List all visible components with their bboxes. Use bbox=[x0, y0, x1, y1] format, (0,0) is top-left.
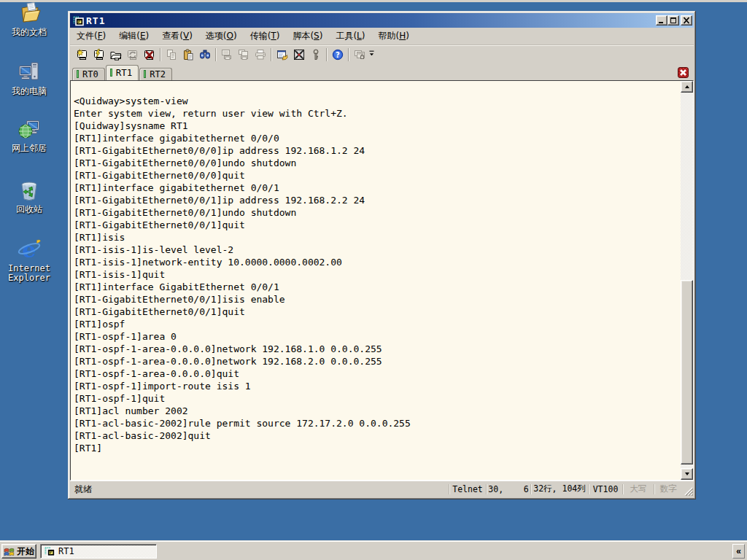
status-panel-4: 大写 bbox=[624, 483, 653, 496]
find-icon[interactable] bbox=[199, 49, 211, 61]
connect-icon[interactable] bbox=[93, 49, 105, 61]
session-options-icon[interactable] bbox=[276, 49, 288, 61]
session-tab-label: RT0 bbox=[82, 69, 98, 79]
desktop-icon-label: Internet Explorer bbox=[1, 264, 58, 283]
print-selection-icon bbox=[238, 49, 249, 61]
software-manager-icon bbox=[354, 49, 365, 61]
desktop-icon-recycle-bin[interactable]: 回收站 bbox=[1, 179, 58, 214]
tab-close-button[interactable] bbox=[678, 67, 689, 78]
global-options-icon[interactable] bbox=[293, 49, 305, 61]
my-documents-icon bbox=[18, 1, 41, 25]
scroll-down-button[interactable] bbox=[681, 468, 693, 480]
window-title: RT1 bbox=[86, 15, 105, 26]
menu-bar: 文件(F)编辑(E)查看(V)选项(O)传输(T)脚本(S)工具(L)帮助(H) bbox=[70, 28, 694, 44]
print-icon bbox=[255, 49, 266, 61]
vertical-scrollbar[interactable] bbox=[681, 81, 693, 480]
toolbar: ? bbox=[70, 44, 694, 64]
toolbar-separator bbox=[160, 48, 160, 61]
status-panel-5: 数字 bbox=[655, 483, 681, 496]
session-tab-label: RT1 bbox=[116, 67, 133, 78]
network-places-icon bbox=[18, 117, 41, 141]
key-agent-icon[interactable] bbox=[310, 49, 322, 61]
desktop-icon-label: 回收站 bbox=[1, 205, 58, 214]
menu-E[interactable]: 编辑(E) bbox=[112, 28, 155, 44]
menu-F[interactable]: 文件(F) bbox=[70, 28, 112, 44]
taskbar: 开始 RT1 « bbox=[0, 540, 747, 560]
minimize-button[interactable] bbox=[656, 15, 667, 26]
scroll-down-icon bbox=[685, 472, 689, 475]
recycle-bin-icon bbox=[18, 179, 41, 202]
desktop-icon-internet-explorer[interactable]: eInternet Explorer bbox=[1, 238, 58, 283]
session-tab-RT2[interactable]: RT2 bbox=[139, 68, 172, 80]
statusbar-separator bbox=[622, 484, 623, 494]
taskbar-task-RT1[interactable]: RT1 bbox=[40, 544, 157, 559]
session-connected-icon bbox=[110, 69, 112, 77]
chevron-left-icon: « bbox=[736, 546, 741, 556]
paste-icon[interactable] bbox=[182, 49, 194, 61]
status-panel-2: 32行, 104列 bbox=[532, 483, 587, 496]
session-tab-bar: RT0RT1RT2 bbox=[70, 64, 694, 80]
securecrt-window: RT1 文件(F)编辑(E)查看(V)选项(O)传输(T)脚本(S)工具(L)帮… bbox=[68, 11, 696, 499]
start-label: 开始 bbox=[17, 545, 34, 558]
menu-O[interactable]: 选项(O) bbox=[199, 28, 244, 44]
statusbar-separator bbox=[486, 484, 487, 494]
close-button[interactable] bbox=[681, 15, 692, 26]
statusbar-separator bbox=[588, 484, 589, 494]
statusbar-separator bbox=[449, 484, 449, 494]
session-tab-RT1[interactable]: RT1 bbox=[106, 65, 139, 80]
print-screen-icon bbox=[221, 49, 233, 61]
scrollbar-thumb[interactable] bbox=[681, 280, 693, 464]
windows-flag-icon bbox=[4, 547, 15, 556]
desktop-icon-label: 网上邻居 bbox=[1, 144, 58, 153]
desktop-icon-label: 我的文档 bbox=[1, 28, 58, 37]
maximize-button[interactable] bbox=[667, 15, 679, 26]
copy-icon bbox=[166, 49, 177, 61]
securecrt-icon bbox=[44, 545, 55, 557]
help-icon[interactable]: ? bbox=[332, 49, 344, 61]
connect-in-tab-icon[interactable] bbox=[110, 49, 122, 61]
desktop-icon-network-places[interactable]: 网上邻居 bbox=[1, 117, 58, 153]
menu-L[interactable]: 工具(L) bbox=[329, 28, 371, 44]
disconnect-icon[interactable] bbox=[144, 49, 155, 61]
desktop-icon-label: 我的电脑 bbox=[1, 87, 58, 96]
status-bar: 就绪 Telnet30, 632行, 104列VT100大写数字 bbox=[70, 481, 694, 497]
toolbar-separator bbox=[326, 48, 327, 61]
desktop-icon-my-computer[interactable]: 我的电脑 bbox=[1, 61, 58, 96]
menu-H[interactable]: 帮助(H) bbox=[371, 28, 415, 44]
toolbar-separator bbox=[348, 48, 349, 61]
scroll-up-button[interactable] bbox=[681, 81, 693, 93]
task-label: RT1 bbox=[58, 546, 74, 556]
status-panel-1: 30, 6 bbox=[487, 483, 530, 496]
session-tab-label: RT2 bbox=[150, 69, 166, 79]
quick-connect-icon[interactable] bbox=[77, 49, 88, 61]
securecrt-icon bbox=[72, 15, 84, 26]
reconnect-icon bbox=[127, 49, 139, 61]
desktop-icon-my-documents[interactable]: 我的文档 bbox=[1, 1, 58, 37]
toolbar-separator bbox=[271, 48, 271, 61]
terminal-text: <Quidway>system-view Enter system view, … bbox=[71, 81, 411, 454]
status-panel-3: VT100 bbox=[589, 483, 622, 496]
session-tab-RT0[interactable]: RT0 bbox=[72, 68, 105, 80]
my-computer-icon bbox=[18, 61, 41, 84]
resize-grip[interactable] bbox=[684, 486, 693, 496]
terminal-area[interactable]: <Quidway>system-view Enter system view, … bbox=[70, 80, 694, 481]
menu-S[interactable]: 脚本(S) bbox=[286, 28, 329, 44]
tray-collapse-button[interactable]: « bbox=[732, 544, 745, 559]
scroll-up-icon bbox=[685, 85, 689, 88]
svg-text:?: ? bbox=[336, 51, 340, 59]
menu-T[interactable]: 传输(T) bbox=[244, 28, 287, 44]
desktop: 我的文档我的电脑网上邻居回收站eInternet Explorer RT1 文件… bbox=[0, 0, 747, 560]
menu-V[interactable]: 查看(V) bbox=[155, 28, 199, 44]
statusbar-separator bbox=[530, 484, 531, 494]
toolbar-overflow-icon[interactable] bbox=[368, 49, 375, 61]
session-connected-icon bbox=[77, 70, 79, 78]
svg-text:e: e bbox=[22, 238, 36, 261]
statusbar-separator bbox=[654, 484, 654, 494]
title-bar[interactable]: RT1 bbox=[70, 13, 694, 28]
status-panel-0: Telnet bbox=[450, 483, 485, 496]
status-ready-label: 就绪 bbox=[74, 483, 92, 496]
top-edge-strip bbox=[0, 0, 747, 2]
toolbar-separator bbox=[215, 48, 216, 61]
start-button[interactable]: 开始 bbox=[1, 544, 36, 559]
session-connected-icon bbox=[144, 70, 146, 78]
